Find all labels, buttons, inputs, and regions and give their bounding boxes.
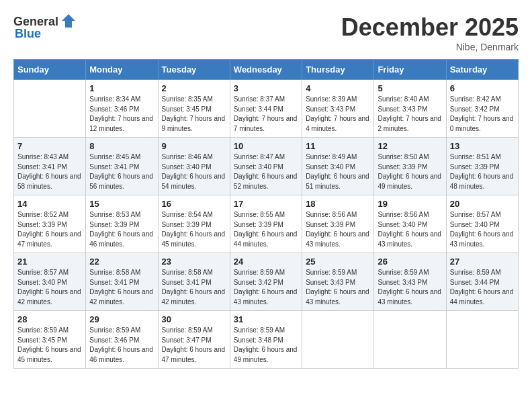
calendar-cell: 10Sunrise: 8:47 AMSunset: 3:40 PMDayligh… bbox=[230, 138, 302, 195]
daylight-text: Daylight: 6 hours and 49 minutes. bbox=[234, 346, 298, 363]
sunset-text: Sunset: 3:39 PM bbox=[17, 221, 67, 228]
weekday-header-thursday: Thursday bbox=[302, 60, 374, 80]
sunrise-text: Sunrise: 8:53 AM bbox=[89, 211, 140, 218]
sunrise-text: Sunrise: 8:59 AM bbox=[17, 326, 69, 334]
daylight-text: Daylight: 7 hours and 9 minutes. bbox=[162, 115, 226, 132]
calendar-cell: 24Sunrise: 8:59 AMSunset: 3:42 PMDayligh… bbox=[230, 253, 302, 311]
cell-content: Sunrise: 8:49 AMSunset: 3:40 PMDaylight:… bbox=[306, 152, 370, 191]
day-number: 8 bbox=[89, 141, 154, 151]
cell-content: Sunrise: 8:34 AMSunset: 3:46 PMDaylight:… bbox=[89, 95, 154, 134]
calendar-cell: 3Sunrise: 8:37 AMSunset: 3:44 PMDaylight… bbox=[230, 80, 302, 138]
calendar-cell bbox=[446, 311, 518, 369]
calendar-cell: 21Sunrise: 8:57 AMSunset: 3:40 PMDayligh… bbox=[14, 253, 86, 311]
calendar-cell: 28Sunrise: 8:59 AMSunset: 3:45 PMDayligh… bbox=[14, 311, 86, 369]
calendar-cell: 25Sunrise: 8:59 AMSunset: 3:43 PMDayligh… bbox=[302, 253, 374, 311]
calendar-cell: 30Sunrise: 8:59 AMSunset: 3:47 PMDayligh… bbox=[158, 311, 230, 369]
sunset-text: Sunset: 3:39 PM bbox=[89, 221, 139, 228]
calendar-cell: 31Sunrise: 8:59 AMSunset: 3:48 PMDayligh… bbox=[230, 311, 302, 369]
sunrise-text: Sunrise: 8:59 AM bbox=[450, 269, 501, 276]
calendar-cell: 23Sunrise: 8:58 AMSunset: 3:41 PMDayligh… bbox=[158, 253, 230, 311]
weekday-header-monday: Monday bbox=[86, 60, 158, 80]
sunset-text: Sunset: 3:40 PM bbox=[162, 163, 212, 171]
calendar-cell: 16Sunrise: 8:54 AMSunset: 3:39 PMDayligh… bbox=[158, 195, 230, 253]
cell-content: Sunrise: 8:59 AMSunset: 3:44 PMDaylight:… bbox=[450, 268, 515, 307]
logo: General Blue bbox=[13, 13, 77, 41]
sunrise-text: Sunrise: 8:59 AM bbox=[234, 269, 285, 276]
daylight-text: Daylight: 6 hours and 51 minutes. bbox=[306, 173, 369, 190]
sunrise-text: Sunrise: 8:50 AM bbox=[378, 153, 429, 161]
calendar-cell: 15Sunrise: 8:53 AMSunset: 3:39 PMDayligh… bbox=[86, 195, 158, 253]
calendar-cell: 19Sunrise: 8:56 AMSunset: 3:40 PMDayligh… bbox=[374, 195, 446, 253]
calendar-cell: 7Sunrise: 8:43 AMSunset: 3:41 PMDaylight… bbox=[14, 138, 86, 195]
cell-content: Sunrise: 8:58 AMSunset: 3:41 PMDaylight:… bbox=[89, 268, 154, 307]
daylight-text: Daylight: 6 hours and 47 minutes. bbox=[162, 346, 226, 363]
sunset-text: Sunset: 3:47 PM bbox=[162, 336, 212, 344]
sunset-text: Sunset: 3:40 PM bbox=[17, 279, 67, 286]
calendar-cell: 8Sunrise: 8:45 AMSunset: 3:41 PMDaylight… bbox=[86, 138, 158, 195]
calendar-week-1: 1Sunrise: 8:34 AMSunset: 3:46 PMDaylight… bbox=[14, 80, 519, 138]
sunrise-text: Sunrise: 8:51 AM bbox=[450, 153, 501, 161]
calendar-cell bbox=[14, 80, 86, 138]
sunrise-text: Sunrise: 8:59 AM bbox=[89, 326, 140, 334]
calendar-week-5: 28Sunrise: 8:59 AMSunset: 3:45 PMDayligh… bbox=[14, 311, 519, 369]
day-number: 7 bbox=[17, 141, 82, 151]
header: General Blue December 2025 Nibe, Denmark bbox=[13, 13, 519, 52]
calendar-cell: 29Sunrise: 8:59 AMSunset: 3:46 PMDayligh… bbox=[86, 311, 158, 369]
day-number: 13 bbox=[450, 141, 515, 151]
daylight-text: Daylight: 6 hours and 43 minutes. bbox=[450, 230, 514, 248]
cell-content: Sunrise: 8:59 AMSunset: 3:43 PMDaylight:… bbox=[306, 268, 370, 307]
day-number: 24 bbox=[234, 257, 298, 267]
daylight-text: Daylight: 7 hours and 7 minutes. bbox=[234, 115, 298, 132]
day-number: 19 bbox=[378, 199, 442, 209]
daylight-text: Daylight: 6 hours and 56 minutes. bbox=[89, 173, 153, 190]
calendar-body: 1Sunrise: 8:34 AMSunset: 3:46 PMDaylight… bbox=[14, 80, 519, 369]
cell-content: Sunrise: 8:59 AMSunset: 3:42 PMDaylight:… bbox=[234, 268, 298, 307]
calendar-cell: 13Sunrise: 8:51 AMSunset: 3:39 PMDayligh… bbox=[446, 138, 518, 195]
calendar-week-2: 7Sunrise: 8:43 AMSunset: 3:41 PMDaylight… bbox=[14, 138, 519, 195]
sunrise-text: Sunrise: 8:55 AM bbox=[234, 211, 285, 218]
calendar-cell: 5Sunrise: 8:40 AMSunset: 3:43 PMDaylight… bbox=[374, 80, 446, 138]
cell-content: Sunrise: 8:39 AMSunset: 3:43 PMDaylight:… bbox=[306, 95, 370, 134]
day-number: 20 bbox=[450, 199, 515, 209]
cell-content: Sunrise: 8:59 AMSunset: 3:45 PMDaylight:… bbox=[17, 326, 82, 365]
cell-content: Sunrise: 8:43 AMSunset: 3:41 PMDaylight:… bbox=[17, 152, 82, 191]
day-number: 2 bbox=[162, 83, 226, 93]
day-number: 3 bbox=[234, 83, 298, 93]
sunrise-text: Sunrise: 8:35 AM bbox=[162, 95, 213, 103]
weekday-header-saturday: Saturday bbox=[446, 60, 518, 80]
cell-content: Sunrise: 8:56 AMSunset: 3:39 PMDaylight:… bbox=[306, 210, 370, 249]
location: Nibe, Denmark bbox=[341, 42, 519, 52]
weekday-header-tuesday: Tuesday bbox=[158, 60, 230, 80]
logo-icon bbox=[60, 12, 77, 30]
sunset-text: Sunset: 3:44 PM bbox=[234, 105, 283, 113]
daylight-text: Daylight: 6 hours and 42 minutes. bbox=[89, 288, 153, 306]
calendar-table: SundayMondayTuesdayWednesdayThursdayFrid… bbox=[13, 59, 519, 369]
sunset-text: Sunset: 3:41 PM bbox=[162, 279, 212, 286]
day-number: 29 bbox=[89, 314, 154, 324]
daylight-text: Daylight: 6 hours and 43 minutes. bbox=[234, 288, 298, 306]
sunset-text: Sunset: 3:41 PM bbox=[89, 279, 139, 286]
sunset-text: Sunset: 3:39 PM bbox=[162, 221, 212, 228]
day-number: 9 bbox=[162, 141, 226, 151]
cell-content: Sunrise: 8:40 AMSunset: 3:43 PMDaylight:… bbox=[378, 95, 442, 134]
title-area: December 2025 Nibe, Denmark bbox=[341, 13, 519, 52]
cell-content: Sunrise: 8:35 AMSunset: 3:45 PMDaylight:… bbox=[162, 95, 226, 134]
sunrise-text: Sunrise: 8:59 AM bbox=[306, 269, 357, 276]
day-number: 27 bbox=[450, 257, 515, 267]
day-number: 12 bbox=[378, 141, 442, 151]
logo-blue-text: Blue bbox=[15, 27, 41, 41]
day-number: 4 bbox=[306, 83, 370, 93]
day-number: 16 bbox=[162, 199, 226, 209]
daylight-text: Daylight: 6 hours and 42 minutes. bbox=[17, 288, 81, 306]
day-number: 22 bbox=[89, 257, 154, 267]
cell-content: Sunrise: 8:59 AMSunset: 3:48 PMDaylight:… bbox=[234, 326, 298, 365]
cell-content: Sunrise: 8:59 AMSunset: 3:46 PMDaylight:… bbox=[89, 326, 154, 365]
daylight-text: Daylight: 6 hours and 45 minutes. bbox=[162, 230, 226, 248]
sunset-text: Sunset: 3:39 PM bbox=[306, 221, 355, 228]
cell-content: Sunrise: 8:58 AMSunset: 3:41 PMDaylight:… bbox=[162, 268, 226, 307]
cell-content: Sunrise: 8:59 AMSunset: 3:43 PMDaylight:… bbox=[378, 268, 442, 307]
day-number: 5 bbox=[378, 83, 442, 93]
sunrise-text: Sunrise: 8:39 AM bbox=[306, 95, 357, 103]
sunset-text: Sunset: 3:40 PM bbox=[378, 221, 427, 228]
sunset-text: Sunset: 3:39 PM bbox=[234, 221, 283, 228]
